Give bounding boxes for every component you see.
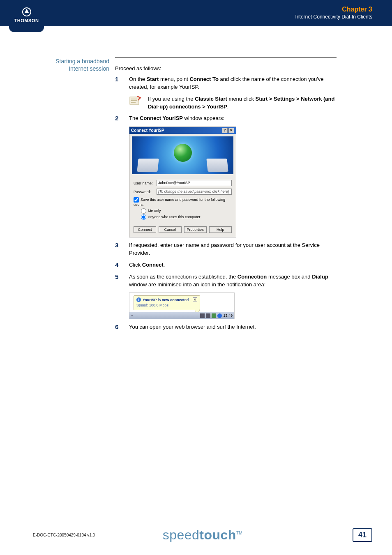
cancel-button[interactable]: Cancel [159,226,181,233]
step-num-5: 5 [115,273,129,289]
balloon-speed: Speed: 100.0 Mbps [136,303,197,307]
help-icon[interactable]: ? [222,128,228,133]
step-2-text: The Connect YourISP window appears: [129,115,337,122]
section-heading: Starting a broadband Internet session [33,58,115,335]
page-footer: E-DOC-CTC-20050429-0104 v1.0 speedtouchT… [33,528,372,542]
properties-button[interactable]: Properties [184,226,207,233]
step-4-text: Click Connect. [129,261,337,269]
dialog-hero-image [132,136,233,174]
password-label: Password: [134,190,157,194]
section-body: Proceed as follows: 1 On the Start menu,… [115,58,337,335]
save-credentials-checkbox[interactable]: Save this user name and password for the… [134,197,232,207]
step-4: 4 Click Connect. [115,261,337,269]
tray-icon[interactable] [200,313,205,318]
tray-icon[interactable] [217,313,222,318]
step-num-6: 6 [115,323,129,331]
tray-icon[interactable] [206,313,210,318]
username-input[interactable]: JohnDoe@YourISP [157,180,232,186]
note-text: If you are using the Classic Start menu … [148,95,337,111]
brand-logo: speedtouchTM [163,527,243,543]
step-1: 1 On the Start menu, point Connect To an… [115,76,337,91]
balloon-tooltip: i YourISP is now connected ✕ Speed: 100.… [134,295,200,310]
laptop-icon-right [206,159,228,172]
step-3-text: If requested, enter user name and passwo… [129,242,337,257]
tray-clock: 13:49 [223,313,233,318]
dialog-title: Connect YourISP [131,128,164,133]
connect-dialog: Connect YourISP ? ✕ User name: JohnDoe@Y… [129,127,236,237]
step-5-text: As soon as the connection is established… [129,273,337,289]
step-num-2: 2 [115,115,129,122]
thomson-logo: THOMSON [9,0,44,32]
username-label: User name: [134,181,157,185]
doc-id: E-DOC-CTC-20050429-0104 v1.0 [33,533,95,537]
close-icon[interactable]: ✕ [228,128,234,133]
chapter-label: Chapter 3 [295,6,372,13]
logo-icon [22,7,31,16]
save-checkbox[interactable] [134,197,139,203]
step-6: 6 You can open your web browser and surf… [115,323,337,331]
chapter-subtitle: Internet Connectivity Dial-In Clients [295,14,372,20]
laptop-icon-left [137,159,159,172]
radio-me-only[interactable]: Me only [141,208,232,214]
help-button[interactable]: Help [209,226,232,233]
content-area: Starting a broadband Internet session Pr… [33,58,337,335]
step-5: 5 As soon as the connection is establish… [115,273,337,289]
tray-icon[interactable] [212,313,216,318]
tray-expand-icon[interactable]: « [131,313,133,318]
radio-me[interactable] [141,208,146,214]
taskbar: « 13:49 [129,312,234,319]
step-2: 2 The Connect YourISP window appears: [115,115,337,122]
info-icon: i [136,297,141,302]
password-input[interactable]: [To change the saved password, click her… [157,189,232,195]
step-1-text: On the Start menu, point Connect To and … [129,76,337,91]
step-3: 3 If requested, enter user name and pass… [115,242,337,257]
step-6-text: You can open your web browser and surf t… [129,323,337,331]
tray-screenshot: i YourISP is now connected ✕ Speed: 100.… [129,292,235,319]
note-row: If you are using the Classic Start menu … [129,95,337,111]
step-num-4: 4 [115,261,129,269]
logo-text: THOMSON [9,18,44,23]
balloon-title-text: YourISP is now connected [143,298,189,302]
header-right: Chapter 3 Internet Connectivity Dial-In … [295,6,372,20]
radio-any[interactable] [141,214,146,220]
globe-icon [174,144,192,162]
connect-button[interactable]: Connect [134,226,156,233]
page-number: 41 [353,528,372,542]
note-icon [129,95,148,111]
lead-text: Proceed as follows: [115,65,337,71]
step-num-3: 3 [115,242,129,257]
radio-anyone[interactable]: Anyone who uses this computer [141,214,232,220]
balloon-close-icon[interactable]: ✕ [193,297,197,302]
step-num-1: 1 [115,76,129,91]
page-header: THOMSON Chapter 3 Internet Connectivity … [0,0,392,37]
dialog-titlebar[interactable]: Connect YourISP ? ✕ [129,127,236,134]
